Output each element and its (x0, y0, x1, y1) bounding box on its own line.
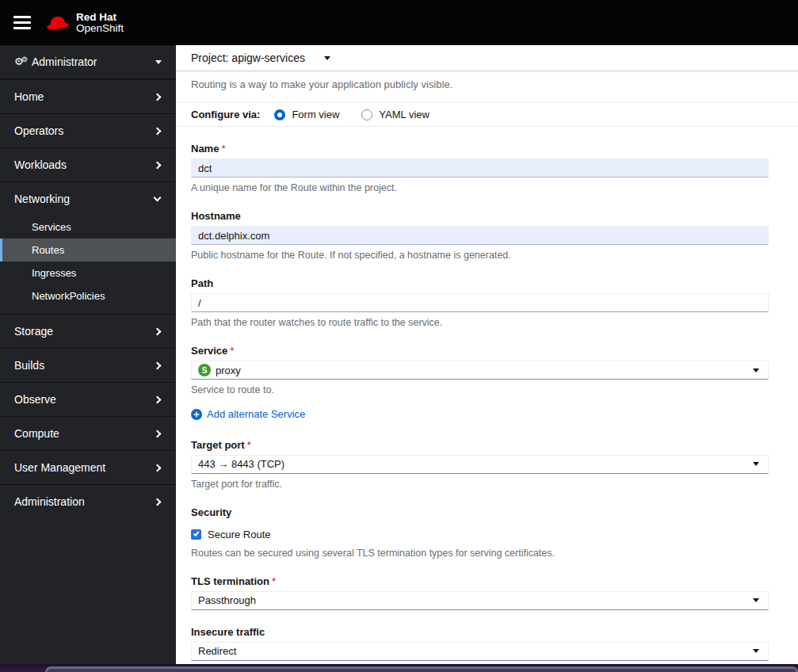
target-port-field-group: Target port* 443 → 8443 (TCP) Target por… (191, 439, 769, 491)
configure-via-row: Configure via: Form view YAML view (176, 103, 798, 127)
required-marker: * (247, 439, 251, 451)
name-help: A unique name for the Route within the p… (191, 182, 769, 194)
insecure-traffic-field-group: Insecure traffic Redirect Policy for tra… (191, 626, 769, 665)
path-input[interactable]: / (191, 293, 769, 312)
chevron-right-icon (154, 327, 162, 335)
caret-down-icon[interactable] (324, 56, 330, 60)
perspective-label: Administrator (32, 55, 97, 68)
service-label: Service* (191, 345, 769, 357)
checkbox-checked-icon[interactable] (191, 529, 201, 540)
masthead: Red Hat OpenShift (0, 0, 798, 45)
chevron-right-icon (154, 395, 162, 403)
sidebar-item-storage[interactable]: Storage (0, 314, 176, 348)
caret-down-icon (753, 462, 759, 466)
tls-termination-field-group: TLS termination* Passthrough (191, 575, 769, 610)
path-field-group: Path / Path that the router watches to r… (191, 277, 769, 329)
radio-form-view[interactable]: Form view (274, 109, 339, 120)
add-alternate-service-link[interactable]: Add alternate Service (191, 408, 305, 420)
radio-icon[interactable] (361, 109, 372, 120)
desktop-background-strip (0, 664, 798, 672)
radio-yaml-view[interactable]: YAML view (361, 109, 430, 120)
menu-toggle-icon[interactable] (13, 16, 31, 29)
background-window-edge-inner (48, 669, 796, 672)
caret-down-icon (753, 598, 759, 602)
chevron-down-icon (154, 194, 162, 202)
tls-termination-select[interactable]: Passthrough (191, 591, 769, 610)
secure-route-label: Secure Route (208, 529, 271, 540)
chevron-right-icon (154, 361, 162, 369)
service-badge-icon: S (198, 364, 211, 376)
caret-down-icon (753, 649, 759, 653)
secure-route-checkbox-row[interactable]: Secure Route (191, 529, 769, 540)
security-section: Security Secure Route Routes can be secu… (191, 506, 769, 559)
radio-icon[interactable] (274, 109, 285, 120)
caret-down-icon (753, 368, 759, 372)
brand-line1: Red Hat (76, 12, 124, 23)
sidebar-item-ingresses[interactable]: Ingresses (0, 262, 176, 284)
required-marker: * (230, 345, 234, 357)
sidebar-item-compute[interactable]: Compute (0, 416, 176, 450)
insecure-traffic-select[interactable]: Redirect (191, 642, 769, 661)
page-description: Routing is a way to make your applicatio… (176, 71, 798, 103)
background-window-edge (45, 666, 798, 672)
sidebar-item-administration[interactable]: Administration (0, 484, 176, 518)
target-port-select[interactable]: 443 → 8443 (TCP) (191, 455, 769, 474)
hostname-field-group: Hostname dct.delphix.com Public hostname… (191, 210, 769, 262)
caret-down-icon (155, 60, 162, 64)
project-selector[interactable]: Project: apigw-services (191, 52, 305, 64)
perspective-switcher[interactable]: ⚙ ⚙ Administrator (0, 45, 176, 79)
sidebar-item-networking[interactable]: Networking (0, 181, 176, 216)
required-marker: * (221, 143, 225, 155)
name-label: Name* (191, 143, 769, 155)
hostname-input[interactable]: dct.delphix.com (191, 226, 769, 245)
project-bar: Project: apigw-services (176, 45, 798, 71)
path-help: Path that the router watches to route tr… (191, 317, 769, 329)
configure-via-label: Configure via: (191, 109, 260, 120)
sidebar-item-operators[interactable]: Operators (0, 113, 176, 147)
sidebar-item-home[interactable]: Home (0, 79, 176, 113)
service-select[interactable]: S proxy (191, 361, 769, 380)
brand-text: Red Hat OpenShift (76, 12, 124, 34)
security-label: Security (191, 506, 769, 518)
tls-termination-label: TLS termination* (191, 575, 769, 587)
sidebar-item-observe[interactable]: Observe (0, 382, 176, 416)
target-port-label: Target port* (191, 439, 769, 451)
brand-logo: Red Hat OpenShift (45, 12, 124, 34)
required-marker: * (272, 575, 276, 587)
plus-circle-icon (191, 409, 202, 420)
chevron-right-icon (154, 464, 162, 472)
main-content: Project: apigw-services Routing is a way… (176, 45, 798, 664)
chevron-right-icon (154, 430, 162, 437)
insecure-traffic-label: Insecure traffic (191, 626, 769, 638)
openshift-console: Red Hat OpenShift ⚙ ⚙ Administrator Home… (0, 0, 798, 672)
chevron-right-icon (154, 161, 162, 169)
sidebar-item-routes[interactable]: Routes (0, 239, 176, 262)
hostname-help: Public hostname for the Route. If not sp… (191, 250, 769, 262)
sidebar-item-networkpolicies[interactable]: NetworkPolicies (0, 284, 176, 307)
sidebar-nav: ⚙ ⚙ Administrator Home Operators Workloa… (0, 45, 176, 664)
chevron-right-icon (154, 93, 162, 101)
chevron-right-icon (154, 127, 162, 135)
networking-subnav: Services Routes Ingresses NetworkPolicie… (0, 216, 176, 314)
path-label: Path (191, 277, 769, 289)
hostname-label: Hostname (191, 210, 769, 222)
sidebar-item-builds[interactable]: Builds (0, 348, 176, 382)
chevron-right-icon (154, 498, 162, 506)
service-field-group: Service* S proxy Service to route to. Ad… (191, 345, 769, 423)
security-help: Routes can be secured using several TLS … (191, 548, 769, 559)
sidebar-item-workloads[interactable]: Workloads (0, 147, 176, 181)
brand-line2: OpenShift (76, 23, 124, 34)
sidebar-item-services[interactable]: Services (0, 216, 176, 239)
gears-icon: ⚙ ⚙ (14, 55, 30, 68)
red-hat-fedora-icon (45, 13, 71, 32)
target-port-help: Target port for traffic. (191, 479, 769, 491)
name-field-group: Name* dct A unique name for the Route wi… (191, 143, 769, 194)
sidebar-item-user-management[interactable]: User Management (0, 450, 176, 484)
route-form: Name* dct A unique name for the Route wi… (176, 127, 798, 664)
service-help: Service to route to. (191, 384, 769, 396)
name-input[interactable]: dct (191, 158, 769, 178)
